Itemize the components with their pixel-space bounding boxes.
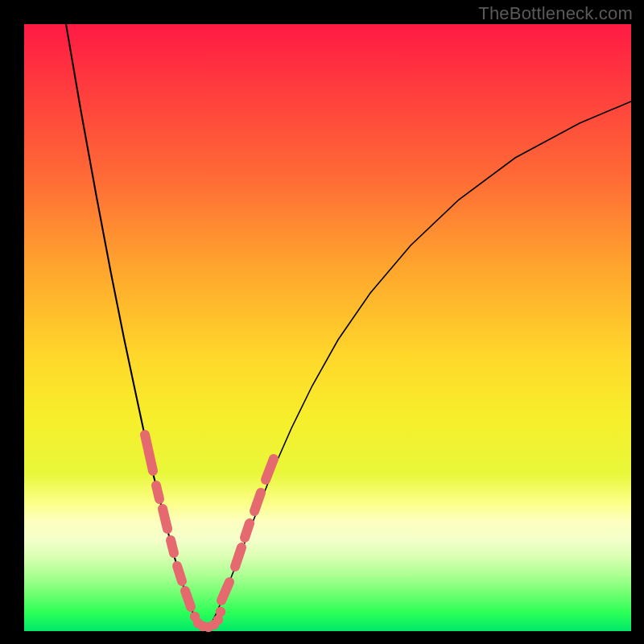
curve-left-branch: [66, 24, 198, 625]
overlay-segment: [171, 540, 174, 553]
overlay-segment: [177, 566, 182, 581]
overlay-markers: [145, 435, 274, 632]
watermark-text: TheBottleneck.com: [478, 3, 633, 24]
curve-svg: [24, 24, 631, 631]
overlay-segment: [163, 509, 167, 529]
overlay-segment: [221, 582, 229, 601]
plot-area: [24, 24, 631, 631]
overlay-segment: [156, 485, 159, 499]
chart-frame: TheBottleneck.com: [0, 0, 644, 644]
overlay-segment: [266, 459, 274, 480]
overlay-segment: [235, 547, 242, 567]
overlay-segment: [185, 591, 191, 607]
overlay-segment: [254, 493, 261, 511]
overlay-segment: [145, 435, 153, 471]
overlay-dot: [216, 607, 225, 617]
curve-right-branch: [211, 101, 631, 625]
overlay-segment: [245, 523, 250, 538]
